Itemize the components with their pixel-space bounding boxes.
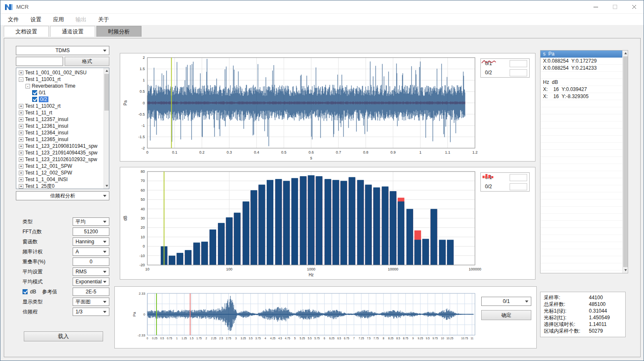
tree-item[interactable]: -Test 1_11001_rt — [16, 76, 109, 83]
readout-row[interactable] — [540, 192, 628, 199]
expand-icon[interactable]: + — [19, 171, 23, 175]
analysis-type-select[interactable]: 倍频程分析 — [16, 191, 109, 200]
maximize-button[interactable] — [605, 0, 624, 14]
load-button[interactable]: 载入 — [24, 331, 103, 341]
tree-item[interactable]: -Reverberation Time — [16, 83, 109, 89]
scrollbar-thumb[interactable] — [104, 74, 109, 111]
readout-row[interactable] — [540, 129, 628, 136]
frequency-weighting-select[interactable]: A — [73, 247, 109, 256]
file-format-select[interactable]: TDMS — [16, 46, 109, 55]
db-checkbox[interactable] — [23, 289, 28, 294]
readout-row[interactable] — [540, 143, 628, 150]
scroll-up-icon[interactable] — [104, 68, 109, 73]
readout-row[interactable] — [540, 72, 628, 79]
filter-input[interactable] — [16, 57, 63, 66]
readout-row[interactable] — [540, 157, 628, 164]
octave-select[interactable]: 1/3 — [73, 308, 109, 316]
readout-row[interactable] — [540, 249, 628, 256]
expand-icon[interactable]: + — [19, 144, 23, 149]
collapse-icon[interactable]: - — [19, 77, 23, 82]
octave-spectrum-chart[interactable]: 1010010001000010000080706050403020100-10… — [120, 167, 535, 280]
time-waveform-chart[interactable]: 00.10.20.30.40.50.60.70.80.911.11.221.51… — [120, 53, 535, 162]
readout-row[interactable] — [540, 256, 628, 263]
tab-time-frequency-analysis[interactable]: 时频分析 — [96, 26, 141, 37]
tree-item[interactable]: 0/2 — [16, 96, 109, 103]
octave-spectrum-plot[interactable]: 1010010001000010000080706050403020100-10… — [120, 167, 536, 280]
tree-item[interactable]: +Test 1_12365_insul — [16, 136, 109, 143]
tab-channel-settings[interactable]: 通道设置 — [50, 26, 95, 37]
time-waveform-plot[interactable]: 00.10.20.30.40.50.60.70.80.911.11.221.51… — [120, 53, 536, 162]
tree-item[interactable]: +Test 1_12_001_SPW — [16, 163, 109, 169]
legend1-item-0-2[interactable]: 0/2 — [481, 68, 529, 77]
readout-row[interactable] — [540, 242, 628, 249]
channel-checkbox[interactable] — [32, 90, 37, 95]
tree-item[interactable]: +Test 1_001_001_002_INSU — [16, 69, 109, 76]
fft-points-input[interactable] — [73, 227, 109, 236]
menu-settings[interactable]: 设置 — [25, 14, 47, 25]
tree-item[interactable]: +Test 1_12364_insul — [16, 129, 109, 136]
readout-row[interactable] — [540, 178, 628, 185]
readout-header[interactable]: s Pa — [540, 50, 628, 58]
tree-item[interactable]: +Test 1_12_002_SPW — [16, 169, 109, 176]
readout-row[interactable] — [540, 171, 628, 178]
readout-row[interactable]: X: 16 Y:0.039427 — [540, 86, 628, 93]
scroll-down-icon[interactable] — [104, 183, 109, 189]
tree-scrollbar[interactable] — [104, 68, 109, 189]
menu-apply[interactable]: 应用 — [47, 14, 70, 25]
readout-row[interactable] — [540, 100, 628, 107]
expand-icon[interactable]: + — [19, 137, 23, 142]
minimize-button[interactable] — [586, 0, 605, 14]
expand-icon[interactable]: + — [19, 157, 23, 162]
expand-icon[interactable]: + — [19, 164, 23, 169]
readout-row[interactable]: X:0.088254 Y:0.214233 — [540, 65, 628, 72]
readout-row[interactable]: X:0.088254 Y:0.172729 — [540, 58, 628, 65]
readout-row[interactable] — [540, 164, 628, 171]
readout-row[interactable]: X: 16 Y:-8.329305 — [540, 93, 628, 100]
expand-icon[interactable]: + — [19, 131, 23, 135]
confirm-button[interactable]: 确定 — [481, 310, 531, 320]
channel-checkbox[interactable] — [32, 97, 37, 102]
readout-row[interactable] — [540, 150, 628, 157]
readout-row[interactable] — [540, 228, 628, 235]
readout-row[interactable] — [540, 107, 628, 114]
tree-item[interactable]: +Test 1_123_210908101941_spw — [16, 143, 109, 149]
tab-document-settings[interactable]: 文档设置 — [4, 26, 49, 37]
readout-row[interactable] — [540, 263, 628, 270]
readout-row[interactable]: Hz dB — [540, 79, 628, 86]
expand-icon[interactable]: + — [19, 71, 23, 75]
readout-row[interactable] — [540, 207, 628, 214]
channel-select[interactable]: 0/1 — [481, 297, 531, 306]
tree-item[interactable]: +Test 1_12357_insul — [16, 116, 109, 123]
expand-icon[interactable]: + — [19, 104, 23, 109]
expand-icon[interactable]: + — [19, 124, 23, 129]
display-type-select[interactable]: 平面图 — [73, 298, 109, 306]
tree-item[interactable]: +Test 1_123_210914094435_spw — [16, 149, 109, 156]
readout-scrollbar[interactable] — [622, 50, 628, 273]
reference-value-input[interactable] — [73, 288, 109, 296]
expand-icon[interactable]: + — [19, 111, 23, 115]
scroll-down-icon[interactable] — [623, 268, 628, 273]
overview-waveform-plot[interactable]: 00.250.50.7511.251.51.7522.252.52.7533.2… — [115, 287, 537, 349]
collapse-icon[interactable]: - — [25, 84, 30, 88]
average-mode-select[interactable]: Exponential — [73, 278, 109, 286]
tree-item[interactable]: +Test 1_1_004_INSI — [16, 176, 109, 183]
scrollbar-thumb[interactable] — [623, 56, 628, 267]
tree-item[interactable]: +Test 1_123_211026102932_spw — [16, 156, 109, 163]
expand-icon[interactable]: + — [19, 117, 23, 122]
tree-item[interactable]: +Test 1_11002_rt — [16, 103, 109, 109]
readout-row[interactable] — [540, 214, 628, 221]
average-setting-select[interactable]: RMS — [73, 268, 109, 276]
tree-item[interactable]: +Test 1_25度0 — [16, 183, 109, 189]
menu-file[interactable]: 文件 — [2, 14, 25, 25]
tree-item[interactable]: +Test 1_11_rt — [16, 109, 109, 116]
format-button[interactable]: 格式 — [65, 57, 109, 66]
overlap-input[interactable] — [73, 257, 109, 266]
readout-row[interactable] — [540, 114, 628, 121]
menu-about[interactable]: 关于 — [92, 14, 115, 25]
overview-waveform-chart[interactable]: 00.250.50.7511.251.51.7522.252.52.7533.2… — [114, 286, 537, 348]
readout-row[interactable] — [540, 136, 628, 143]
expand-icon[interactable]: + — [19, 177, 23, 182]
tree-item[interactable]: 0/1 — [16, 89, 109, 96]
readout-row[interactable] — [540, 221, 628, 228]
readout-row[interactable] — [540, 121, 628, 129]
